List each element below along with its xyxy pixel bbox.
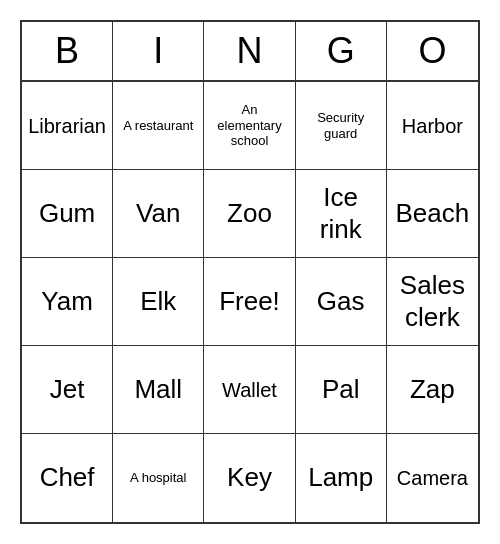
bingo-cell-8: Ice rink: [296, 170, 387, 258]
bingo-cell-2: An elementary school: [204, 82, 295, 170]
bingo-cell-0: Librarian: [22, 82, 113, 170]
header-letter-g: G: [296, 22, 387, 80]
bingo-card: BINGO LibrarianA restaurantAn elementary…: [20, 20, 480, 524]
bingo-cell-18: Pal: [296, 346, 387, 434]
bingo-cell-19: Zap: [387, 346, 478, 434]
bingo-cell-17: Wallet: [204, 346, 295, 434]
bingo-cell-16: Mall: [113, 346, 204, 434]
bingo-cell-4: Harbor: [387, 82, 478, 170]
header-letter-o: O: [387, 22, 478, 80]
bingo-grid: LibrarianA restaurantAn elementary schoo…: [22, 82, 478, 522]
bingo-cell-11: Elk: [113, 258, 204, 346]
bingo-cell-13: Gas: [296, 258, 387, 346]
bingo-header: BINGO: [22, 22, 478, 82]
bingo-cell-7: Zoo: [204, 170, 295, 258]
bingo-cell-24: Camera: [387, 434, 478, 522]
bingo-cell-21: A hospital: [113, 434, 204, 522]
header-letter-b: B: [22, 22, 113, 80]
header-letter-i: I: [113, 22, 204, 80]
bingo-cell-6: Van: [113, 170, 204, 258]
bingo-cell-15: Jet: [22, 346, 113, 434]
header-letter-n: N: [204, 22, 295, 80]
bingo-cell-1: A restaurant: [113, 82, 204, 170]
bingo-cell-10: Yam: [22, 258, 113, 346]
bingo-cell-14: Sales clerk: [387, 258, 478, 346]
bingo-cell-20: Chef: [22, 434, 113, 522]
bingo-cell-23: Lamp: [296, 434, 387, 522]
bingo-cell-22: Key: [204, 434, 295, 522]
bingo-cell-3: Security guard: [296, 82, 387, 170]
bingo-cell-12: Free!: [204, 258, 295, 346]
bingo-cell-9: Beach: [387, 170, 478, 258]
bingo-cell-5: Gum: [22, 170, 113, 258]
